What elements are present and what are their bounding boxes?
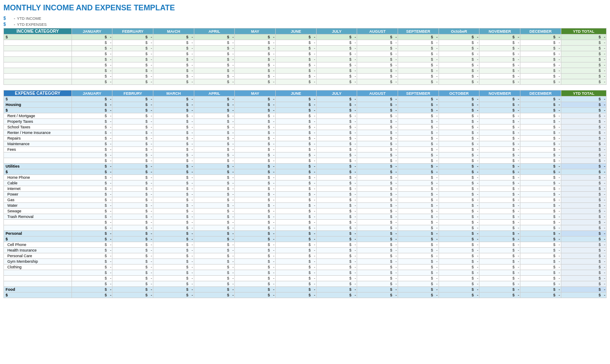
expense-empty-month[interactable]: $ - — [194, 220, 235, 225]
expense-item-month[interactable]: $ - — [72, 124, 112, 130]
expense-item-month[interactable]: $ - — [153, 124, 194, 130]
expense-empty-month[interactable]: $ - — [112, 220, 153, 225]
expense-item-month[interactable]: $ - — [520, 186, 561, 192]
income-month-cell[interactable]: $ - — [479, 68, 520, 74]
expense-item-month[interactable]: $ - — [316, 259, 357, 264]
expense-empty-month[interactable]: $ - — [153, 225, 194, 231]
expense-item-month[interactable]: $ - — [194, 242, 235, 248]
income-month-cell[interactable]: $ - — [153, 57, 194, 62]
expense-item-month[interactable]: $ - — [479, 180, 520, 186]
expense-item-month[interactable]: $ - — [235, 180, 276, 186]
expense-item-month[interactable]: $ - — [439, 259, 479, 264]
expense-empty-month[interactable]: $ - — [235, 158, 276, 164]
expense-item-month[interactable]: $ - — [112, 141, 153, 147]
income-month-cell[interactable]: $ - — [235, 40, 276, 46]
expense-empty-month[interactable]: $ - — [398, 152, 439, 158]
expense-empty-month[interactable]: $ - — [398, 281, 439, 287]
expense-item-month[interactable]: $ - — [398, 208, 439, 214]
expense-item-month[interactable]: $ - — [235, 113, 276, 119]
expense-empty-cat[interactable] — [4, 158, 72, 164]
expense-item-month[interactable]: $ - — [398, 214, 439, 220]
expense-item-month[interactable]: $ - — [112, 124, 153, 130]
expense-item-month[interactable]: $ - — [153, 136, 194, 141]
expense-item-month[interactable]: $ - — [398, 242, 439, 248]
expense-item-month[interactable]: $ - — [520, 248, 561, 253]
income-month-cell[interactable]: $ - — [153, 40, 194, 46]
income-month-cell[interactable]: $ - — [153, 68, 194, 74]
income-month-cell[interactable]: $ - — [439, 74, 479, 79]
expense-item-month[interactable]: $ - — [479, 192, 520, 197]
income-month-cell[interactable]: $ - — [72, 46, 112, 51]
expense-item-month[interactable]: $ - — [316, 203, 357, 208]
expense-item-month[interactable]: $ - — [316, 124, 357, 130]
expense-item-month[interactable]: $ - — [439, 175, 479, 180]
expense-empty-month[interactable]: $ - — [439, 270, 479, 276]
expense-item-month[interactable]: $ - — [153, 147, 194, 152]
expense-item-month[interactable]: $ - — [439, 208, 479, 214]
expense-item-month[interactable]: $ - — [398, 203, 439, 208]
income-cat-cell[interactable] — [4, 57, 72, 62]
expense-item-month[interactable]: $ - — [439, 253, 479, 259]
expense-empty-month[interactable]: $ - — [194, 158, 235, 164]
expense-empty-month[interactable]: $ - — [112, 158, 153, 164]
expense-empty-month[interactable]: $ - — [398, 225, 439, 231]
expense-empty-month[interactable]: $ - — [112, 225, 153, 231]
expense-item-month[interactable]: $ - — [520, 197, 561, 203]
expense-item-month[interactable]: $ - — [316, 113, 357, 119]
expense-empty-month[interactable]: $ - — [520, 152, 561, 158]
expense-item-month[interactable]: $ - — [235, 253, 276, 259]
expense-item-month[interactable]: $ - — [72, 203, 112, 208]
expense-item-month[interactable]: $ - — [357, 264, 398, 270]
expense-item-month[interactable]: $ - — [72, 141, 112, 147]
expense-item-month[interactable]: $ - — [276, 253, 317, 259]
expense-item-month[interactable]: $ - — [194, 136, 235, 141]
expense-empty-month[interactable]: $ - — [479, 220, 520, 225]
expense-item-month[interactable]: $ - — [235, 264, 276, 270]
expense-item-month[interactable]: $ - — [479, 214, 520, 220]
expense-item-month[interactable]: $ - — [520, 242, 561, 248]
income-cat-cell[interactable] — [4, 62, 72, 68]
income-month-cell[interactable]: $ - — [520, 57, 561, 62]
expense-item-month[interactable]: $ - — [479, 130, 520, 136]
expense-item-month[interactable]: $ - — [520, 253, 561, 259]
expense-empty-month[interactable]: $ - — [72, 158, 112, 164]
expense-item-month[interactable]: $ - — [357, 141, 398, 147]
income-month-cell[interactable]: $ - — [520, 68, 561, 74]
expense-item-month[interactable]: $ - — [153, 214, 194, 220]
expense-item-month[interactable]: $ - — [479, 242, 520, 248]
expense-item-month[interactable]: $ - — [479, 119, 520, 124]
income-month-cell[interactable]: $ - — [194, 74, 235, 79]
income-month-cell[interactable]: $ - — [194, 46, 235, 51]
expense-item-month[interactable]: $ - — [72, 119, 112, 124]
expense-item-month[interactable]: $ - — [398, 119, 439, 124]
expense-item-month[interactable]: $ - — [316, 242, 357, 248]
expense-empty-month[interactable]: $ - — [398, 220, 439, 225]
expense-empty-month[interactable]: $ - — [72, 281, 112, 287]
expense-item-month[interactable]: $ - — [398, 136, 439, 141]
expense-item-month[interactable]: $ - — [520, 180, 561, 186]
expense-item-month[interactable]: $ - — [479, 147, 520, 152]
income-month-cell[interactable]: $ - — [72, 57, 112, 62]
income-month-cell[interactable]: $ - — [479, 62, 520, 68]
expense-empty-month[interactable]: $ - — [520, 220, 561, 225]
income-month-cell[interactable]: $ - — [112, 68, 153, 74]
income-month-cell[interactable]: $ - — [316, 68, 357, 74]
expense-item-month[interactable]: $ - — [112, 242, 153, 248]
income-month-cell[interactable]: $ - — [112, 74, 153, 79]
expense-item-month[interactable]: $ - — [235, 130, 276, 136]
expense-item-month[interactable]: $ - — [276, 130, 317, 136]
expense-item-month[interactable]: $ - — [153, 119, 194, 124]
income-month-cell[interactable]: $ - — [398, 57, 439, 62]
income-month-cell[interactable]: $ - — [194, 79, 235, 85]
income-month-cell[interactable]: $ - — [357, 68, 398, 74]
expense-item-month[interactable]: $ - — [357, 259, 398, 264]
expense-item-month[interactable]: $ - — [112, 147, 153, 152]
expense-item-month[interactable]: $ - — [72, 113, 112, 119]
income-month-cell[interactable]: $ - — [235, 46, 276, 51]
expense-item-month[interactable]: $ - — [398, 192, 439, 197]
income-month-cell[interactable]: $ - — [194, 68, 235, 74]
expense-item-month[interactable]: $ - — [72, 147, 112, 152]
expense-item-month[interactable]: $ - — [398, 197, 439, 203]
income-month-cell[interactable]: $ - — [398, 46, 439, 51]
expense-item-month[interactable]: $ - — [194, 119, 235, 124]
